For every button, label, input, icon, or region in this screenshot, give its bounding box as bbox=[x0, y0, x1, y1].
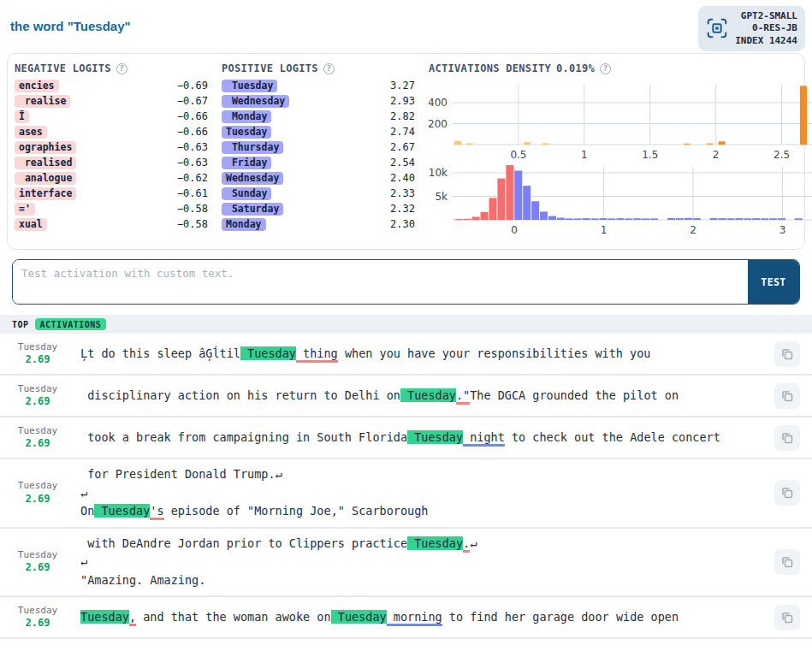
logit-token-chip: Monday bbox=[222, 218, 266, 231]
activation-text-line: ↵ bbox=[80, 553, 771, 571]
top-activations-header: TOP ACTIVATIONS bbox=[0, 315, 812, 334]
logit-row: realised−0.63 bbox=[15, 155, 208, 170]
activation-token-name: Tuesday bbox=[0, 425, 75, 437]
test-button[interactable]: TEST bbox=[748, 260, 799, 304]
logit-row: analogue−0.62 bbox=[15, 170, 208, 186]
activation-token-name: Tuesday bbox=[0, 341, 75, 353]
logit-row: Tuesday2.74 bbox=[222, 124, 415, 139]
help-icon[interactable]: ? bbox=[323, 63, 335, 74]
test-activation-form: TEST bbox=[12, 259, 800, 305]
svg-text:1: 1 bbox=[581, 149, 588, 161]
activation-text-segment: episode of "Morning Joe," Scarborough bbox=[164, 504, 429, 518]
svg-text:3: 3 bbox=[779, 224, 786, 236]
activation-text-segment: took a break from campaigning in South F… bbox=[80, 430, 407, 444]
activation-token-name: Tuesday bbox=[0, 605, 75, 617]
feature-dashboard-card: NEGATIVE LOGITS ? encies−0.69 realise−0.… bbox=[7, 53, 805, 250]
logit-token-chip: Saturday bbox=[222, 203, 283, 216]
density-histogram-lower: 5k10k0123 bbox=[429, 163, 812, 244]
activation-row: Tuesday2.69Ļt do this sleep âĢĺtil Tuesd… bbox=[0, 334, 812, 376]
activation-underline-red: thing bbox=[296, 346, 338, 363]
model-badge[interactable]: GPT2-SMALL 0-RES-JB INDEX 14244 bbox=[698, 6, 805, 51]
logit-value: −0.63 bbox=[177, 141, 208, 153]
logit-row: realise−0.67 bbox=[15, 93, 208, 109]
density-value: 0.019% bbox=[556, 62, 595, 74]
activation-text-segment: ↵ bbox=[80, 486, 87, 500]
logit-row: Wednesday2.93 bbox=[222, 93, 415, 109]
activation-summary: Tuesday2.69 bbox=[0, 605, 75, 630]
activation-text-segment: ↵ bbox=[80, 554, 87, 568]
activation-token-highlight: Tuesday bbox=[400, 388, 456, 402]
activation-text-segment: and that the woman awoke on bbox=[136, 610, 331, 624]
activation-value: 2.69 bbox=[0, 493, 75, 506]
logit-token-chip: Thursday bbox=[222, 141, 283, 154]
copy-button[interactable] bbox=[774, 480, 800, 506]
activation-text-line: "Amazing. Amazing. bbox=[80, 571, 771, 590]
activation-summary: Tuesday2.69 bbox=[0, 480, 75, 506]
logit-token-chip: Wednesday bbox=[222, 172, 283, 185]
activation-text-segment: "Amazing. Amazing. bbox=[80, 573, 205, 587]
copy-button[interactable] bbox=[774, 549, 800, 575]
activation-text: Ļt do this sleep âĢĺtil Tuesday thing wh… bbox=[75, 339, 774, 370]
logit-row: Monday2.82 bbox=[222, 109, 415, 124]
density-label: ACTIVATIONS DENSITY bbox=[429, 62, 551, 74]
activation-token-highlight: Tuesday bbox=[407, 430, 463, 444]
activation-row: Tuesday2.69 took a break from campaignin… bbox=[0, 417, 812, 459]
help-icon[interactable]: ? bbox=[600, 63, 611, 74]
copy-button[interactable] bbox=[774, 341, 800, 367]
activation-underline-red: . bbox=[463, 536, 470, 553]
copy-button[interactable] bbox=[774, 383, 800, 409]
logit-row: Thursday2.67 bbox=[222, 139, 415, 155]
copy-icon bbox=[780, 389, 794, 403]
activation-underline-red: , bbox=[129, 610, 136, 626]
logit-row: Friday2.54 bbox=[222, 155, 415, 170]
logit-row: Tuesday3.27 bbox=[222, 78, 415, 93]
logit-token-chip: Wednesday bbox=[222, 95, 289, 108]
svg-text:1: 1 bbox=[601, 224, 608, 236]
chip-icon bbox=[705, 16, 729, 40]
logit-row: Wednesday2.40 bbox=[222, 170, 415, 186]
logit-value: 2.67 bbox=[390, 141, 415, 153]
svg-text:400: 400 bbox=[429, 97, 447, 109]
logit-value: −0.63 bbox=[177, 157, 208, 169]
activation-token-highlight: Tuesday bbox=[240, 346, 296, 360]
svg-text:2: 2 bbox=[713, 149, 720, 161]
activation-token-name: Tuesday bbox=[0, 480, 75, 492]
test-activation-input[interactable] bbox=[13, 260, 748, 304]
logit-value: 2.54 bbox=[390, 157, 415, 169]
activation-text-line: took a break from campaigning in South F… bbox=[80, 429, 771, 447]
activation-text-segment: to find her garage door wide open bbox=[442, 610, 679, 624]
logit-token-chip: Tuesday bbox=[222, 80, 277, 92]
model-badge-text: GPT2-SMALL 0-RES-JB INDEX 14244 bbox=[735, 10, 797, 47]
activation-text-segment: when you have your responsibilities with… bbox=[338, 346, 651, 360]
copy-button[interactable] bbox=[774, 425, 800, 451]
help-icon[interactable]: ? bbox=[116, 63, 127, 74]
svg-text:10k: 10k bbox=[429, 167, 447, 179]
activation-text: took a break from campaigning in South F… bbox=[75, 423, 774, 453]
activation-text-line: for President Donald Trump.↵ bbox=[80, 465, 771, 484]
activation-text-segment: for President Donald Trump.↵ bbox=[80, 467, 282, 481]
negative-logits-list: encies−0.69 realise−0.67Ī−0.66ases−0.66o… bbox=[15, 78, 208, 232]
logit-token-chip: analogue bbox=[15, 172, 76, 185]
logit-value: −0.62 bbox=[177, 172, 208, 184]
logit-value: −0.66 bbox=[177, 126, 208, 138]
logit-token-chip: Sunday bbox=[222, 187, 271, 200]
density-header: ACTIVATIONS DENSITY 0.019% ? bbox=[429, 62, 812, 74]
activation-summary: Tuesday2.69 bbox=[0, 383, 75, 409]
logit-value: 3.27 bbox=[390, 80, 415, 92]
activation-text-line: On Tuesday's episode of "Morning Joe," S… bbox=[80, 502, 771, 521]
activation-token-highlight: Tuesday bbox=[407, 536, 463, 550]
logit-token-chip: Friday bbox=[222, 157, 271, 169]
logit-token-chip: Tuesday bbox=[222, 126, 271, 139]
activation-token-name: Tuesday bbox=[0, 383, 75, 395]
copy-button[interactable] bbox=[774, 605, 800, 630]
logit-row: xual−0.58 bbox=[15, 216, 208, 232]
copy-icon bbox=[780, 555, 794, 569]
activation-text-segment: The DGCA grounded the pilot on bbox=[470, 388, 679, 402]
logit-token-chip: Ī bbox=[15, 110, 29, 123]
positive-logits-label: POSITIVE LOGITS bbox=[222, 62, 318, 74]
logit-token-chip: xual bbox=[15, 218, 47, 231]
svg-text:200: 200 bbox=[429, 118, 447, 130]
activation-value: 2.69 bbox=[0, 617, 75, 630]
logit-token-chip: realised bbox=[15, 157, 76, 169]
negative-logits-header: NEGATIVE LOGITS ? bbox=[15, 62, 208, 74]
